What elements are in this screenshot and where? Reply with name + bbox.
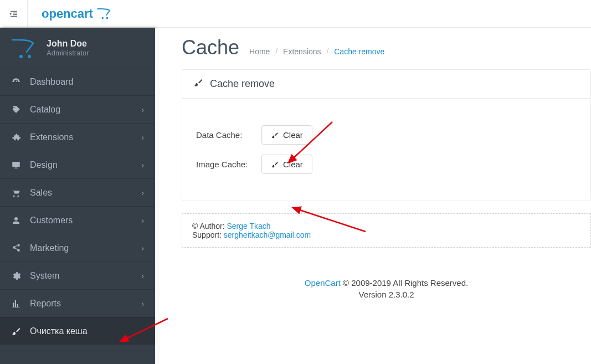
dashboard-icon: [11, 77, 23, 87]
nav-sales[interactable]: Sales ›: [0, 178, 155, 206]
brush-icon: [271, 161, 279, 168]
support-prefix: Support:: [192, 230, 224, 239]
nav-catalog[interactable]: Catalog ›: [0, 95, 155, 123]
brand-name: opencart: [42, 7, 93, 20]
chevron-right-icon: ›: [141, 105, 144, 114]
nav-reports[interactable]: Reports ›: [0, 289, 155, 317]
chevron-right-icon: ›: [141, 244, 144, 253]
svg-point-0: [101, 17, 104, 19]
nav-label: Marketing: [30, 243, 69, 253]
button-label: Clear: [283, 160, 303, 169]
cart-icon: [96, 7, 113, 20]
nav-label: Очистка кеша: [30, 326, 88, 336]
footer: OpenCart © 2009-2019 All Rights Reserved…: [182, 278, 591, 299]
brush-icon: [11, 326, 23, 336]
brush-icon: [193, 78, 203, 90]
chevron-right-icon: ›: [141, 133, 144, 142]
nav-label: Dashboard: [30, 77, 73, 87]
avatar: [11, 38, 38, 58]
gear-icon: [11, 271, 23, 281]
nav-label: Reports: [30, 299, 61, 309]
clear-data-cache-button[interactable]: Clear: [261, 125, 312, 145]
svg-point-1: [106, 17, 109, 19]
nav-label: Customers: [30, 216, 73, 225]
breadcrumb-home[interactable]: Home: [249, 47, 270, 56]
chevron-right-icon: ›: [141, 161, 144, 170]
nav-label: Design: [30, 160, 58, 170]
sidebar: John Doe Administrator Dashboard Catalog…: [0, 28, 155, 364]
chevron-right-icon: ›: [141, 299, 144, 308]
button-label: Clear: [283, 130, 303, 140]
brush-icon: [271, 131, 279, 139]
brand-logo[interactable]: opencart: [42, 7, 113, 21]
image-cache-label: Image Cache:: [196, 160, 251, 169]
footer-opencart-link[interactable]: OpenCart: [305, 278, 341, 288]
nav-dashboard[interactable]: Dashboard: [0, 68, 155, 95]
user-panel: John Doe Administrator: [0, 28, 155, 68]
breadcrumb-extensions[interactable]: Extensions: [283, 47, 321, 56]
author-link[interactable]: Serge Tkach: [227, 222, 270, 230]
chevron-right-icon: ›: [141, 216, 144, 225]
panel-title: Cache remove: [210, 78, 275, 90]
author-box: © Author: Serge Tkach Support: sergheitk…: [182, 213, 591, 248]
svg-point-2: [19, 55, 23, 58]
puzzle-icon: [11, 132, 23, 142]
share-icon: [11, 243, 23, 253]
user-icon: [11, 216, 23, 225]
desktop-icon: [11, 160, 23, 170]
author-prefix: © Author:: [192, 222, 227, 230]
panel-cache-remove: Cache remove Data Cache: Clear Image Cac…: [182, 69, 591, 201]
nav-system[interactable]: System ›: [0, 262, 155, 289]
chevron-right-icon: ›: [141, 188, 144, 197]
tag-icon: [11, 105, 23, 115]
svg-point-3: [28, 55, 31, 58]
nav-customers[interactable]: Customers ›: [0, 206, 155, 234]
footer-copyright: © 2009-2019 All Rights Reserved.: [341, 278, 468, 288]
nav-marketing[interactable]: Marketing ›: [0, 234, 155, 262]
top-bar: opencart: [0, 0, 591, 28]
content: Cache Home / Extensions / Cache remove C…: [155, 28, 591, 364]
bar-chart-icon: [11, 299, 23, 309]
nav-label: System: [30, 271, 59, 281]
clear-image-cache-button[interactable]: Clear: [261, 155, 312, 174]
user-role: Administrator: [47, 49, 89, 57]
breadcrumb-current[interactable]: Cache remove: [334, 47, 384, 56]
user-name: John Doe: [47, 39, 89, 49]
menu-toggle-button[interactable]: [0, 0, 28, 28]
nav-label: Extensions: [30, 132, 73, 142]
data-cache-label: Data Cache:: [196, 130, 251, 140]
indent-icon: [9, 9, 19, 19]
cart-icon: [11, 188, 23, 198]
nav-extensions[interactable]: Extensions ›: [0, 123, 155, 151]
nav-list: Dashboard Catalog › Extensions › Design …: [0, 68, 155, 345]
support-email-link[interactable]: sergheitkach@gmail.com: [224, 230, 311, 239]
footer-version: Version 2.3.0.2: [182, 290, 591, 299]
page-title: Cache: [182, 36, 239, 59]
nav-label: Catalog: [30, 105, 60, 115]
nav-design[interactable]: Design ›: [0, 151, 155, 178]
breadcrumb: Home / Extensions / Cache remove: [249, 47, 384, 56]
nav-label: Sales: [30, 188, 52, 198]
chevron-right-icon: ›: [141, 271, 144, 280]
nav-cache-clear[interactable]: Очистка кеша: [0, 317, 155, 345]
